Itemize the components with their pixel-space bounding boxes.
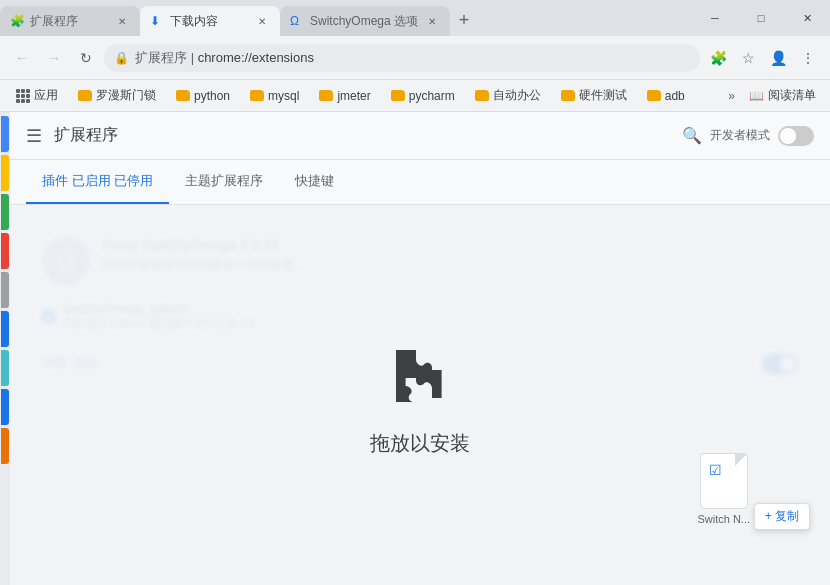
ext-devmode-label: 开发者模式 [710,127,770,144]
folder-icon-adb [647,90,661,101]
bookmark-python-label: python [194,89,230,103]
apps-grid-icon [16,89,30,103]
tab-switchyomega-icon: Ω [290,14,304,28]
folder-icon-python [176,90,190,101]
browser-window: 🧩 扩展程序 ✕ ⬇ 下载内容 ✕ Ω SwitchyOmega 选项 ✕ + … [0,0,830,585]
copy-tooltip[interactable]: + 复制 [754,503,810,530]
sidebar-bar-orange [1,428,9,464]
sidebar-bar-blue3 [1,389,9,425]
tab-switchyomega-label: SwitchyOmega 选项 [310,13,418,30]
sidebar-bar-red [1,233,9,269]
address-url: chrome://extensions [198,50,314,65]
ext-nav: 插件 已启用 已停用 主题扩展程序 快捷键 [10,160,830,205]
puzzle-icon [380,334,460,414]
bookmark-zidongbangong[interactable]: 自动办公 [467,84,549,108]
sidebar-bar-blue2 [1,311,9,347]
address-text: 扩展程序 | chrome://extensions [135,49,690,67]
tab-bar: 🧩 扩展程序 ✕ ⬇ 下载内容 ✕ Ω SwitchyOmega 选项 ✕ + … [0,0,830,36]
reading-list-button[interactable]: 📖 阅读清单 [743,84,822,108]
bookmark-python[interactable]: python [168,84,238,108]
ext-main: Ω Proxy SwitchyOmega 2.5.33 轻松快捷地管理和切换多个… [10,205,830,585]
bookmark-apps[interactable]: 应用 [8,84,66,108]
refresh-button[interactable]: ↻ [72,44,100,72]
forward-button[interactable]: → [40,44,68,72]
tab-downloads-label: 下载内容 [170,13,248,30]
bookmark-pycharm[interactable]: pycharm [383,84,463,108]
copy-tooltip-text: + 复制 [765,508,799,525]
bookmark-jmeter[interactable]: jmeter [311,84,378,108]
ext-page-title: 扩展程序 [54,125,118,146]
bookmark-adb-label: adb [665,89,685,103]
ext-nav-themes[interactable]: 主题扩展程序 [169,160,279,204]
folder-icon-pycharm [391,90,405,101]
bookmark-yingjiance-label: 硬件测试 [579,87,627,104]
bookmarks-more-button[interactable]: » [724,89,739,103]
sidebar-bar-teal [1,350,9,386]
tab-switchyomega-close[interactable]: ✕ [424,13,440,29]
tab-extensions-close[interactable]: ✕ [114,13,130,29]
folder-icon-zidongbangong [475,90,489,101]
toolbar-actions: 🧩 ☆ 👤 ⋮ [704,44,822,72]
ext-search-area: 🔍 开发者模式 [682,126,814,146]
sidebar-bar-yellow [1,155,9,191]
close-button[interactable]: ✕ [784,0,830,36]
tab-extensions[interactable]: 🧩 扩展程序 ✕ [0,6,140,36]
window-controls: ─ □ ✕ [692,0,830,36]
dev-mode-toggle[interactable] [778,126,814,146]
tab-switchyomega[interactable]: Ω SwitchyOmega 选项 ✕ [280,6,450,36]
tab-downloads-close[interactable]: ✕ [254,13,270,29]
ext-menu-icon[interactable]: ☰ [26,125,42,147]
file-name-label: Switch N... [697,513,750,525]
ext-nav-shortcuts[interactable]: 快捷键 [279,160,350,204]
bookmark-mysql-label: mysql [268,89,299,103]
back-button[interactable]: ← [8,44,36,72]
bookmark-pycharm-label: pycharm [409,89,455,103]
bookmark-luomansi-label: 罗漫斯门锁 [96,87,156,104]
sidebar-bar-green [1,194,9,230]
account-icon[interactable]: 👤 [764,44,792,72]
new-tab-button[interactable]: + [450,6,478,34]
extensions-toolbar-icon[interactable]: 🧩 [704,44,732,72]
maximize-button[interactable]: □ [738,0,784,36]
bookmarks-icon[interactable]: ☆ [734,44,762,72]
address-chrome-label: 扩展程序 [135,50,187,65]
extensions-header: ☰ 扩展程序 🔍 开发者模式 [10,112,830,160]
bookmarks-bar: 应用 罗漫斯门锁 python mysql jmeter pycharm 自动办… [0,80,830,112]
file-checkmark: ☑ [709,462,725,478]
tab-downloads-icon: ⬇ [150,14,164,28]
sidebar-bar-gray [1,272,9,308]
tab-extensions-label: 扩展程序 [30,13,108,30]
menu-icon[interactable]: ⋮ [794,44,822,72]
folder-icon-jmeter [319,90,333,101]
ext-search-icon[interactable]: 🔍 [682,126,702,145]
drag-drop-overlay: 拖放以安装 [10,205,830,585]
minimize-button[interactable]: ─ [692,0,738,36]
bookmark-luomansi[interactable]: 罗漫斯门锁 [70,84,164,108]
ext-nav-installed[interactable]: 插件 已启用 已停用 [26,160,169,204]
bookmark-jmeter-label: jmeter [337,89,370,103]
bookmark-zidongbangong-label: 自动办公 [493,87,541,104]
browser-sidebar [0,112,10,585]
address-bar[interactable]: 🔒 扩展程序 | chrome://extensions [104,44,700,72]
bookmark-yingjiance[interactable]: 硬件测试 [553,84,635,108]
file-preview: ☑ Switch N... [697,453,750,525]
file-corner [735,454,747,466]
bookmark-apps-label: 应用 [34,87,58,104]
drag-drop-text: 拖放以安装 [370,430,470,457]
tab-extensions-icon: 🧩 [10,14,24,28]
bookmark-adb[interactable]: adb [639,84,693,108]
reading-list-label: 阅读清单 [768,87,816,104]
bookmark-mysql[interactable]: mysql [242,84,307,108]
main-content: ☰ 扩展程序 🔍 开发者模式 插件 已启用 已停用 主题扩展程序 快捷键 [0,112,830,585]
folder-icon-mysql [250,90,264,101]
toolbar: ← → ↻ 🔒 扩展程序 | chrome://extensions 🧩 ☆ 👤… [0,36,830,80]
sidebar-bar-blue [1,116,9,152]
tab-downloads[interactable]: ⬇ 下载内容 ✕ [140,6,280,36]
folder-icon-yingjiance [561,90,575,101]
reading-list-icon: 📖 [749,89,764,103]
lock-icon: 🔒 [114,51,129,65]
folder-icon-luomansi [78,90,92,101]
file-icon: ☑ [700,453,748,509]
address-separator: | [191,50,198,65]
extensions-page: ☰ 扩展程序 🔍 开发者模式 插件 已启用 已停用 主题扩展程序 快捷键 [10,112,830,585]
